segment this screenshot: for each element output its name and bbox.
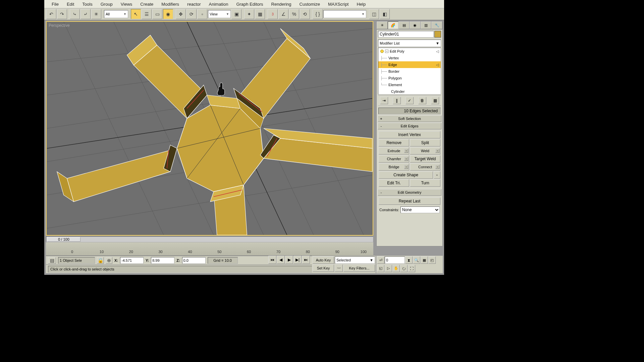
rollout-soft-selection[interactable]: +Soft Selection [378,115,441,122]
stack-edit-poly[interactable]: Edit Poly [390,49,404,53]
menu-graph-editors[interactable]: Graph Editors [232,0,267,8]
align-button[interactable]: ◧ [380,9,390,19]
unlink-button[interactable]: ⤶ [80,9,91,19]
tab-create[interactable]: ✳ [377,21,388,29]
target-weld-button[interactable]: Target Weld [410,155,440,163]
play-button[interactable]: ▶ [285,256,293,264]
menu-tools[interactable]: Tools [78,0,96,8]
zoom-extents-all-button[interactable]: ◱ [377,265,384,272]
named-selection-button[interactable]: { } [313,9,323,19]
menu-group[interactable]: Group [97,0,117,8]
zoom-all-button[interactable]: ▦ [421,256,428,264]
undo-button[interactable]: ↶ [46,9,56,19]
redo-button[interactable]: ↷ [57,9,67,19]
key-filter-selected-dropdown[interactable]: Selected▼ [335,256,375,264]
bulb-icon[interactable] [380,50,384,53]
key-mode-toggle-button[interactable]: ⏎ [377,256,384,264]
stack-element[interactable]: Element [388,83,402,87]
menu-maxscript[interactable]: MAXScript [324,0,353,8]
prev-frame-button[interactable]: ◀ [277,256,285,264]
menu-help[interactable]: Help [353,0,370,8]
bind-spacewarp-button[interactable]: ✳ [91,9,101,19]
angle-snap-button[interactable]: ∠ [278,9,288,19]
tab-modify[interactable]: 🌈 [388,21,399,29]
edit-tri-button[interactable]: Edit Tri. [379,179,409,187]
auto-key-button[interactable]: Auto Key [313,256,334,264]
key-mode-icon[interactable]: 〰 [335,264,343,272]
key-filters-button[interactable]: Key Filters... [343,264,375,272]
mirror-button[interactable]: ◫ [369,9,379,19]
tab-hierarchy[interactable]: ▤ [398,21,410,29]
tab-utilities[interactable]: 🔧 [431,21,442,29]
rollout-edit-geometry[interactable]: -Edit Geometry [378,189,441,196]
curve-editor-button[interactable]: ▤ [48,257,56,264]
pan-button[interactable]: ✋ [392,265,400,272]
tab-motion[interactable]: ◉ [410,21,421,29]
absolute-mode-button[interactable]: ⊕ [106,257,112,264]
named-selection-dropdown[interactable]: ▼ [323,10,366,18]
spinner-snap-button[interactable]: ⟲ [300,9,310,19]
stack-border[interactable]: Border [388,69,399,73]
current-frame-field[interactable]: 0 [385,256,405,264]
menu-views[interactable]: Views [117,0,136,8]
time-slider-thumb[interactable]: 0 / 100 [47,237,80,242]
modifier-stack[interactable]: − Edit Poly ◁ ├──Vertex ├──Edge◁ ├──Bord… [378,48,441,95]
stack-edge[interactable]: Edge [388,63,397,67]
remove-button[interactable]: Remove [379,139,409,146]
select-and-move-button[interactable]: ✥ [176,9,186,19]
rollout-edit-edges[interactable]: -Edit Edges [378,123,441,129]
bridge-settings-icon[interactable]: ▫ [404,165,408,169]
select-and-scale-button[interactable]: ▫ [197,9,207,19]
goto-end-button[interactable]: ⏭ [302,256,310,264]
menu-edit[interactable]: Edit [63,0,78,8]
menu-animation[interactable]: Animation [205,0,232,8]
keyboard-shortcut-override-button[interactable]: ▦ [255,9,265,19]
ref-coord-dropdown[interactable]: View▼ [208,10,231,18]
zoom-extents-button[interactable]: ◰ [428,256,436,264]
extrude-button[interactable]: Extrude▫ [379,147,409,155]
collapse-icon[interactable]: − [385,50,388,53]
time-ruler[interactable]: 0 10 20 30 40 50 60 70 80 90 100 [46,242,373,256]
weld-settings-icon[interactable]: ▫ [435,149,439,153]
connect-button[interactable]: Connect▫ [410,163,440,171]
select-and-rotate-button[interactable]: ⟳ [186,9,197,19]
split-button[interactable]: Split [410,139,440,146]
select-by-name-button[interactable]: ☰ [142,9,152,19]
create-shape-settings-icon[interactable]: ▫ [434,171,440,179]
x-field[interactable]: -4.571 [120,257,144,264]
time-slider[interactable]: 0 / 100 [46,236,373,242]
goto-start-button[interactable]: ⏮ [268,256,276,264]
menu-reactor[interactable]: reactor [183,0,205,8]
configure-sets-button[interactable]: ▦ [431,97,439,104]
extrude-settings-icon[interactable]: ▫ [404,149,408,153]
menu-rendering[interactable]: Rendering [267,0,296,8]
zoom-button[interactable]: 🔍 [413,256,420,264]
arc-rotate-button[interactable]: ⭮ [400,265,408,272]
use-pivot-center-button[interactable]: ▣ [231,9,241,19]
object-name-field[interactable] [378,31,434,38]
set-key-button[interactable]: Set Key [313,264,334,272]
tab-display[interactable]: ▥ [421,21,432,29]
bridge-button[interactable]: Bridge▫ [379,163,409,171]
viewport-perspective[interactable]: Perspective [46,21,373,236]
constraints-dropdown[interactable]: None [400,206,440,213]
window-crossing-button[interactable]: ◉ [163,9,173,19]
next-frame-button[interactable]: ▶| [293,256,302,264]
object-color-swatch[interactable] [434,31,441,38]
turn-button[interactable]: Turn [410,179,440,187]
field-of-view-button[interactable]: ▷ [385,265,392,272]
link-button[interactable]: ⤷ [70,9,80,19]
insert-vertex-button[interactable]: Insert Vertex [379,131,440,138]
repeat-last-button[interactable]: Repeat Last [379,197,440,205]
menu-customize[interactable]: Customize [296,0,324,8]
make-unique-button[interactable]: ✓ [406,97,414,104]
connect-settings-icon[interactable]: ▫ [435,165,439,169]
select-object-button[interactable]: ↖ [131,9,141,19]
create-shape-button[interactable]: Create Shape [379,171,433,179]
pin-stack-button[interactable]: ⇥ [380,97,388,104]
selection-filter-dropdown[interactable]: All▼ [104,10,128,18]
menu-create[interactable]: Create [136,0,157,8]
chamfer-settings-icon[interactable]: ▫ [404,157,408,161]
percent-snap-button[interactable]: % [289,9,299,19]
stack-polygon[interactable]: Polygon [388,76,402,80]
